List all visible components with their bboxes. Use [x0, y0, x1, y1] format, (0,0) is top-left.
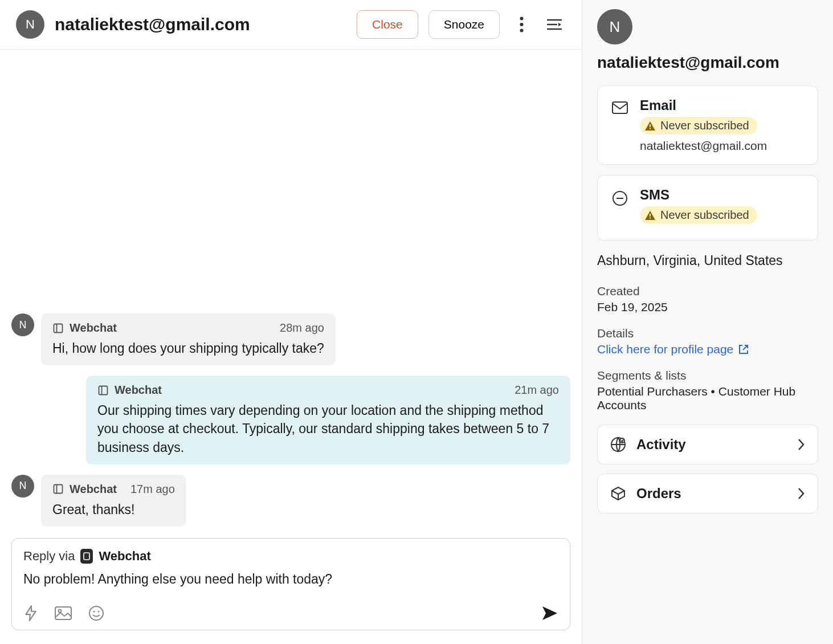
created-value: Feb 19, 2025	[597, 300, 818, 314]
email-status-text: Never subscribed	[660, 119, 749, 132]
webchat-icon	[97, 385, 109, 396]
svg-line-25	[743, 345, 748, 350]
message-avatar: N	[11, 313, 34, 336]
conversation-header: N nataliektest@gmail.com Close Snooze	[0, 0, 582, 50]
panel-toggle-icon	[546, 18, 562, 31]
sms-card-title: SMS	[640, 187, 805, 203]
created-label: Created	[597, 284, 818, 298]
segments-value: Potential Purchasers • Customer Hub Acco…	[597, 385, 818, 412]
activity-nav-card[interactable]: Activity	[597, 425, 818, 464]
svg-rect-8	[99, 386, 108, 394]
message-text: Great, thanks!	[52, 500, 175, 519]
email-subscription-badge: Never subscribed	[640, 117, 757, 134]
message-text: Our shipping times vary depending on you…	[97, 401, 559, 456]
collapse-panel-button[interactable]	[543, 13, 566, 36]
warning-icon	[644, 210, 656, 221]
email-channel-card: Email Never subscribed nataliektest@gmai…	[597, 85, 818, 165]
svg-rect-13	[55, 607, 71, 619]
profile-page-link[interactable]: Click here for profile page	[597, 343, 749, 356]
lightning-icon	[23, 605, 38, 622]
orders-icon	[610, 486, 626, 502]
orders-nav-card[interactable]: Orders	[597, 474, 818, 513]
svg-point-15	[89, 606, 103, 620]
send-icon	[541, 605, 558, 621]
activity-label: Activity	[636, 437, 787, 453]
message-bubble-inbound: Webchat 17m ago Great, thanks!	[41, 475, 186, 527]
message-avatar: N	[11, 475, 34, 498]
svg-rect-20	[650, 128, 651, 129]
segments-label: Segments & lists	[597, 369, 818, 382]
kebab-menu-icon	[520, 17, 524, 32]
quick-reply-button[interactable]	[23, 605, 38, 622]
webchat-icon	[52, 323, 64, 334]
attach-image-button[interactable]	[54, 606, 72, 621]
svg-rect-10	[54, 485, 63, 494]
sms-icon	[610, 187, 630, 229]
emoji-button[interactable]	[88, 605, 104, 621]
external-link-icon	[738, 344, 749, 355]
message-bubble-inbound: Webchat 28m ago Hi, how long does your s…	[41, 313, 336, 365]
profile-sidebar: N nataliektest@gmail.com Email Never sub…	[582, 0, 833, 644]
svg-rect-23	[650, 214, 651, 217]
webchat-icon	[83, 552, 90, 560]
activity-icon	[610, 437, 626, 453]
more-options-button[interactable]	[510, 13, 533, 36]
chevron-right-icon	[797, 438, 805, 451]
details-label: Details	[597, 327, 818, 340]
chevron-right-icon	[797, 487, 805, 500]
webchat-icon	[52, 483, 64, 495]
customer-email-title: nataliektest@gmail.com	[55, 15, 346, 34]
close-button[interactable]: Close	[357, 10, 418, 39]
message-row: N Webchat 28m ago Hi, how long does your…	[11, 313, 570, 365]
sms-channel-card: SMS Never subscribed	[597, 175, 818, 241]
reply-input[interactable]: No problem! Anything else you need help …	[23, 572, 558, 589]
message-row: Webchat 21m ago Our shipping times vary …	[11, 376, 570, 464]
emoji-icon	[88, 605, 104, 621]
message-channel-label: Webchat	[70, 321, 117, 335]
warning-icon	[644, 121, 656, 131]
conversation-thread: N Webchat 28m ago Hi, how long does your…	[0, 50, 582, 538]
location-text: Ashburn, Virginia, United States	[597, 253, 818, 268]
message-channel-label: Webchat	[115, 384, 162, 397]
message-timestamp: 17m ago	[130, 483, 175, 496]
sidebar-avatar: N	[597, 9, 632, 44]
svg-point-2	[520, 28, 523, 32]
reply-composer: Reply via Webchat No problem! Anything e…	[11, 538, 570, 630]
svg-point-14	[59, 610, 62, 613]
message-timestamp: 21m ago	[514, 384, 559, 397]
svg-point-1	[520, 23, 523, 26]
message-timestamp: 28m ago	[280, 321, 324, 335]
send-button[interactable]	[541, 605, 558, 621]
customer-avatar: N	[16, 10, 44, 39]
reply-channel-chip[interactable]	[80, 549, 93, 564]
image-icon	[54, 606, 72, 621]
profile-link-text: Click here for profile page	[597, 343, 733, 356]
svg-rect-18	[612, 102, 627, 113]
message-bubble-outbound: Webchat 21m ago Our shipping times vary …	[86, 376, 570, 464]
sidebar-title: nataliektest@gmail.com	[597, 54, 818, 72]
message-text: Hi, how long does your shipping typicall…	[52, 339, 324, 357]
svg-rect-12	[84, 553, 89, 560]
email-value: nataliektest@gmail.com	[640, 139, 805, 153]
sms-status-text: Never subscribed	[660, 209, 749, 222]
svg-rect-6	[54, 324, 63, 332]
sms-subscription-badge: Never subscribed	[640, 206, 757, 224]
reply-channel-label: Webchat	[99, 549, 150, 564]
orders-label: Orders	[636, 486, 787, 502]
svg-point-0	[520, 17, 523, 20]
message-channel-label: Webchat	[70, 483, 117, 496]
svg-point-17	[98, 611, 100, 613]
reply-via-label: Reply via	[23, 549, 75, 564]
email-icon	[610, 97, 630, 153]
message-row: N Webchat 17m ago Great, thanks!	[11, 475, 570, 527]
email-card-title: Email	[640, 97, 805, 113]
snooze-button[interactable]: Snooze	[428, 10, 500, 39]
svg-point-16	[93, 611, 95, 613]
svg-rect-24	[650, 217, 651, 218]
svg-rect-19	[650, 124, 651, 127]
